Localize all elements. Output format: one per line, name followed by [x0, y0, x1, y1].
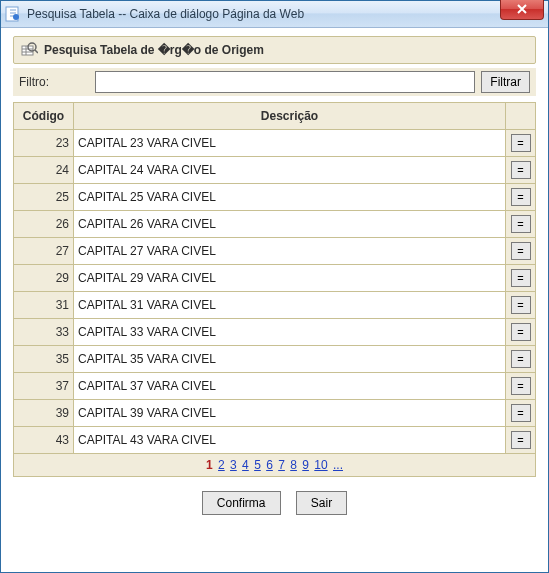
- pager-link[interactable]: 6: [266, 458, 273, 472]
- cell-action: =: [506, 265, 536, 292]
- cell-action: =: [506, 130, 536, 157]
- cell-desc: CAPITAL 37 VARA CIVEL: [74, 373, 506, 400]
- table-row: 25CAPITAL 25 VARA CIVEL=: [14, 184, 536, 211]
- pager-link[interactable]: 2: [218, 458, 225, 472]
- select-row-button[interactable]: =: [511, 431, 531, 449]
- content-area: Pesquisa Tabela de �rg�o de Origem Filtr…: [1, 28, 548, 523]
- cell-code: 27: [14, 238, 74, 265]
- cell-code: 39: [14, 400, 74, 427]
- pager-link[interactable]: 5: [254, 458, 261, 472]
- cell-code: 33: [14, 319, 74, 346]
- cell-desc: CAPITAL 31 VARA CIVEL: [74, 292, 506, 319]
- cell-desc: CAPITAL 35 VARA CIVEL: [74, 346, 506, 373]
- table-row: 33CAPITAL 33 VARA CIVEL=: [14, 319, 536, 346]
- filter-button[interactable]: Filtrar: [481, 71, 530, 93]
- table-row: 24CAPITAL 24 VARA CIVEL=: [14, 157, 536, 184]
- pager: 1 2 3 4 5 6 7 8 9 10 ...: [13, 454, 536, 477]
- col-header-code: Código: [14, 103, 74, 130]
- pager-link[interactable]: 7: [278, 458, 285, 472]
- table-row: 23CAPITAL 23 VARA CIVEL=: [14, 130, 536, 157]
- cell-action: =: [506, 184, 536, 211]
- close-icon: [516, 4, 528, 16]
- cell-desc: CAPITAL 33 VARA CIVEL: [74, 319, 506, 346]
- cell-action: =: [506, 400, 536, 427]
- select-row-button[interactable]: =: [511, 242, 531, 260]
- filter-input[interactable]: [95, 71, 475, 93]
- pager-link[interactable]: 8: [290, 458, 297, 472]
- pager-link[interactable]: 3: [230, 458, 237, 472]
- cell-code: 35: [14, 346, 74, 373]
- cell-desc: CAPITAL 43 VARA CIVEL: [74, 427, 506, 454]
- select-row-button[interactable]: =: [511, 404, 531, 422]
- cell-desc: CAPITAL 24 VARA CIVEL: [74, 157, 506, 184]
- filter-row: Filtro: Filtrar: [13, 68, 536, 96]
- cell-desc: CAPITAL 39 VARA CIVEL: [74, 400, 506, 427]
- cell-action: =: [506, 211, 536, 238]
- confirm-button[interactable]: Confirma: [202, 491, 281, 515]
- filter-label: Filtro:: [19, 75, 89, 89]
- search-table-icon: [20, 41, 38, 59]
- cell-action: =: [506, 319, 536, 346]
- pager-link[interactable]: ...: [333, 458, 343, 472]
- cell-action: =: [506, 292, 536, 319]
- cell-code: 24: [14, 157, 74, 184]
- results-table: Código Descrição 23CAPITAL 23 VARA CIVEL…: [13, 102, 536, 454]
- table-row: 29CAPITAL 29 VARA CIVEL=: [14, 265, 536, 292]
- select-row-button[interactable]: =: [511, 161, 531, 179]
- cell-code: 23: [14, 130, 74, 157]
- select-row-button[interactable]: =: [511, 269, 531, 287]
- window-title: Pesquisa Tabela -- Caixa de diálogo Pági…: [27, 7, 544, 21]
- cell-code: 29: [14, 265, 74, 292]
- cell-desc: CAPITAL 27 VARA CIVEL: [74, 238, 506, 265]
- search-header: Pesquisa Tabela de �rg�o de Origem: [13, 36, 536, 64]
- table-row: 31CAPITAL 31 VARA CIVEL=: [14, 292, 536, 319]
- cell-code: 26: [14, 211, 74, 238]
- select-row-button[interactable]: =: [511, 188, 531, 206]
- pager-current: 1: [206, 458, 213, 472]
- cell-action: =: [506, 238, 536, 265]
- cell-action: =: [506, 373, 536, 400]
- table-row: 27CAPITAL 27 VARA CIVEL=: [14, 238, 536, 265]
- svg-point-1: [13, 14, 19, 20]
- pager-link[interactable]: 9: [302, 458, 309, 472]
- table-row: 37CAPITAL 37 VARA CIVEL=: [14, 373, 536, 400]
- table-row: 43CAPITAL 43 VARA CIVEL=: [14, 427, 536, 454]
- table-row: 35CAPITAL 35 VARA CIVEL=: [14, 346, 536, 373]
- col-header-action: [506, 103, 536, 130]
- select-row-button[interactable]: =: [511, 134, 531, 152]
- cell-action: =: [506, 346, 536, 373]
- dialog-window: Pesquisa Tabela -- Caixa de diálogo Pági…: [0, 0, 549, 573]
- cell-code: 31: [14, 292, 74, 319]
- cell-desc: CAPITAL 23 VARA CIVEL: [74, 130, 506, 157]
- exit-button[interactable]: Sair: [296, 491, 347, 515]
- select-row-button[interactable]: =: [511, 215, 531, 233]
- cell-code: 25: [14, 184, 74, 211]
- pager-link[interactable]: 4: [242, 458, 249, 472]
- pager-link[interactable]: 10: [314, 458, 327, 472]
- table-row: 26CAPITAL 26 VARA CIVEL=: [14, 211, 536, 238]
- search-header-title: Pesquisa Tabela de �rg�o de Origem: [44, 43, 264, 57]
- cell-desc: CAPITAL 29 VARA CIVEL: [74, 265, 506, 292]
- cell-desc: CAPITAL 25 VARA CIVEL: [74, 184, 506, 211]
- select-row-button[interactable]: =: [511, 350, 531, 368]
- cell-code: 37: [14, 373, 74, 400]
- col-header-desc: Descrição: [74, 103, 506, 130]
- cell-code: 43: [14, 427, 74, 454]
- close-button[interactable]: [500, 0, 544, 20]
- ie-page-icon: [5, 6, 21, 22]
- cell-desc: CAPITAL 26 VARA CIVEL: [74, 211, 506, 238]
- select-row-button[interactable]: =: [511, 323, 531, 341]
- select-row-button[interactable]: =: [511, 377, 531, 395]
- table-row: 39CAPITAL 39 VARA CIVEL=: [14, 400, 536, 427]
- titlebar: Pesquisa Tabela -- Caixa de diálogo Pági…: [1, 1, 548, 28]
- cell-action: =: [506, 157, 536, 184]
- select-row-button[interactable]: =: [511, 296, 531, 314]
- footer-buttons: Confirma Sair: [13, 491, 536, 515]
- cell-action: =: [506, 427, 536, 454]
